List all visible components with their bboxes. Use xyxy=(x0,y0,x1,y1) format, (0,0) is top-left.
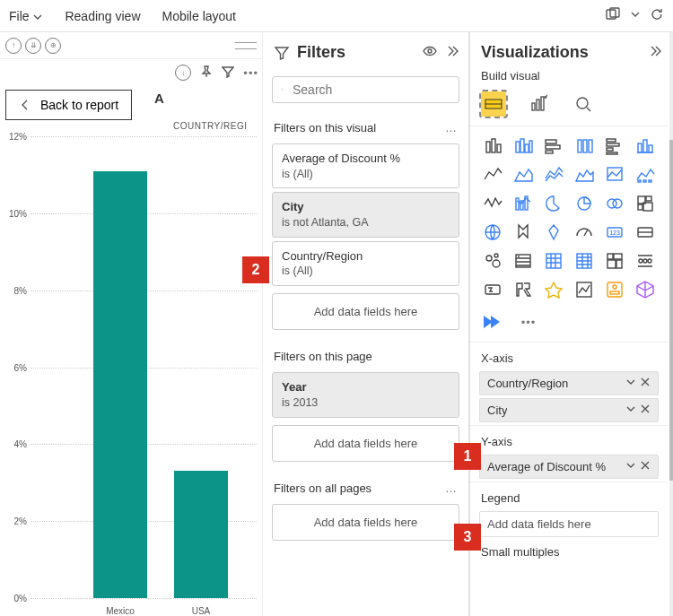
viz-type-icon[interactable] xyxy=(510,191,537,216)
viz-type-icon[interactable] xyxy=(510,248,537,273)
persist-icon[interactable] xyxy=(605,6,621,25)
main: ↑ ⇊ ⊕ ↓ ••• Back to report A COUNTRY/REG… xyxy=(0,32,673,616)
chart-title-fragment: A xyxy=(154,91,164,106)
remove-field-icon[interactable] xyxy=(640,403,651,417)
filter-card[interactable]: Average of Discount %is (All) xyxy=(272,143,459,188)
small-multiples-label: Small multiples xyxy=(470,540,668,562)
viz-icon-grid: 123 xyxy=(470,126,668,309)
eye-icon[interactable] xyxy=(422,43,438,62)
filters-all-dropzone[interactable]: Add data fields here xyxy=(272,504,459,541)
filters-visual-dropzone[interactable]: Add data fields here xyxy=(272,293,459,330)
expand-right-icon[interactable] xyxy=(445,44,459,61)
viz-type-icon[interactable] xyxy=(601,191,628,216)
remove-field-icon[interactable] xyxy=(640,460,651,473)
filters-page-dropzone[interactable]: Add data fields here xyxy=(272,425,459,462)
chevron-down-icon[interactable] xyxy=(625,460,636,473)
viz-type-icon[interactable] xyxy=(601,134,628,159)
chevron-down-icon[interactable] xyxy=(625,377,636,390)
viz-type-icon[interactable] xyxy=(540,248,567,273)
viz-type-icon[interactable] xyxy=(540,134,567,159)
chart-axis-label-fragment: COUNTRY/REGI xyxy=(173,121,248,131)
viz-type-icon[interactable] xyxy=(571,248,598,273)
filter-card-title: Year xyxy=(282,379,450,395)
filter-icon[interactable] xyxy=(222,65,234,81)
menu-mobile-layout[interactable]: Mobile layout xyxy=(162,9,237,23)
svg-rect-23 xyxy=(607,139,616,142)
viz-type-icon[interactable] xyxy=(479,191,506,216)
chart-grid xyxy=(31,136,257,598)
pin-icon[interactable] xyxy=(200,65,213,81)
viz-type-icon[interactable] xyxy=(510,134,537,159)
viz-type-icon[interactable] xyxy=(632,134,659,159)
viz-type-icon[interactable] xyxy=(540,220,567,245)
viz-type-icon[interactable] xyxy=(479,277,506,302)
svg-rect-27 xyxy=(638,143,642,152)
expand-right-icon[interactable] xyxy=(648,44,662,61)
drill-action-icon[interactable]: ↓ xyxy=(175,65,191,81)
menu-file[interactable]: File xyxy=(9,9,43,23)
viz-type-icon[interactable] xyxy=(510,220,537,245)
search-input[interactable] xyxy=(293,82,450,97)
viz-scrollbar-thumb[interactable] xyxy=(669,140,673,481)
viz-type-icon[interactable] xyxy=(632,220,659,245)
more-icon[interactable]: … xyxy=(445,121,458,134)
viz-type-icon[interactable] xyxy=(479,248,506,273)
viz-icon-power-automate[interactable] xyxy=(479,309,506,334)
viz-type-icon[interactable] xyxy=(632,277,659,302)
viz-type-icon[interactable] xyxy=(540,277,567,302)
legend-dropzone[interactable]: Add data fields here xyxy=(479,511,659,537)
viz-type-icon[interactable] xyxy=(601,277,628,302)
viz-build-label: Build visual xyxy=(470,67,668,88)
analytics-tab[interactable] xyxy=(571,91,596,117)
chart-bar[interactable] xyxy=(93,171,147,598)
filter-card[interactable]: Cityis not Atlanta, GA xyxy=(272,192,459,237)
remove-field-icon[interactable] xyxy=(640,377,651,390)
expand-icon[interactable]: ⊕ xyxy=(45,38,61,54)
refresh-icon[interactable] xyxy=(650,7,664,24)
viz-type-icon[interactable] xyxy=(540,191,567,216)
viz-type-icon[interactable] xyxy=(571,191,598,216)
viz-scrollbar[interactable] xyxy=(669,32,673,616)
viz-type-icon[interactable] xyxy=(571,162,598,187)
viz-type-icon[interactable] xyxy=(540,162,567,187)
menu-reading-view[interactable]: Reading view xyxy=(65,9,140,23)
y-tick-label: 12% xyxy=(9,132,27,142)
filter-card[interactable]: Country/Regionis (All) xyxy=(272,241,459,286)
search-icon xyxy=(282,82,284,97)
filters-search[interactable] xyxy=(272,76,459,103)
viz-type-icon[interactable] xyxy=(479,162,506,187)
viz-type-icon[interactable] xyxy=(510,277,537,302)
viz-type-icon[interactable] xyxy=(632,191,659,216)
y-tick-label: 0% xyxy=(14,594,27,603)
viz-type-icon[interactable] xyxy=(479,134,506,159)
svg-rect-12 xyxy=(497,144,501,152)
viz-more-icon[interactable]: ••• xyxy=(515,309,542,334)
chevron-down-icon[interactable] xyxy=(630,9,641,22)
drag-handle[interactable] xyxy=(235,42,257,49)
chart-bar[interactable] xyxy=(174,471,228,598)
back-to-report-button[interactable]: Back to report xyxy=(5,90,132,120)
drill-down-icon[interactable]: ⇊ xyxy=(25,38,41,54)
field-well-item[interactable]: City xyxy=(479,398,659,422)
viz-type-icon[interactable] xyxy=(479,220,506,245)
field-well-item[interactable]: Average of Discount % xyxy=(479,455,659,479)
build-visual-tab[interactable] xyxy=(481,91,506,117)
drill-up-icon[interactable]: ↑ xyxy=(5,38,22,54)
field-well-item[interactable]: Country/Region xyxy=(479,371,659,395)
viz-type-icon[interactable] xyxy=(632,248,659,273)
more-icon[interactable]: ••• xyxy=(243,66,258,80)
viz-type-icon[interactable] xyxy=(571,220,598,245)
chevron-down-icon[interactable] xyxy=(625,403,636,417)
viz-type-icon[interactable] xyxy=(601,248,628,273)
filter-card[interactable]: Yearis 2013 xyxy=(272,372,459,417)
viz-type-icon[interactable]: 123 xyxy=(601,220,628,245)
viz-type-icon[interactable] xyxy=(571,277,598,302)
viz-type-icon[interactable] xyxy=(510,162,537,187)
svg-rect-6 xyxy=(532,103,535,110)
svg-rect-22 xyxy=(589,140,592,152)
viz-type-icon[interactable] xyxy=(632,162,659,187)
viz-type-icon[interactable] xyxy=(571,134,598,159)
viz-type-icon[interactable] xyxy=(601,162,628,187)
format-visual-tab[interactable] xyxy=(526,91,551,117)
more-icon[interactable]: … xyxy=(445,482,458,495)
